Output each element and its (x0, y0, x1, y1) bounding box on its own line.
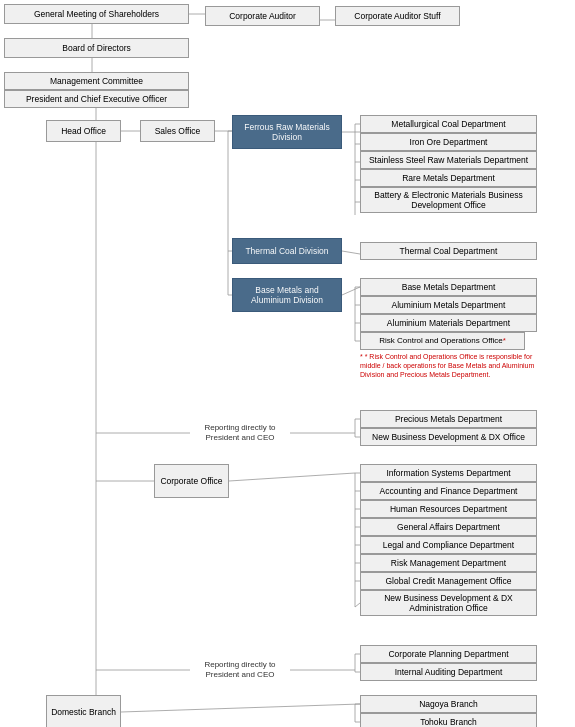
svg-line-33 (229, 473, 355, 481)
svg-line-21 (342, 287, 360, 295)
head-office-label: Head Office (61, 126, 106, 136)
nagoya-label: Nagoya Branch (419, 699, 478, 709)
aluminium-metals-label: Aluminium Metals Department (392, 300, 506, 310)
hr-label: Human Resources Department (390, 504, 507, 514)
general-meeting-box: General Meeting of Shareholders (4, 4, 189, 24)
sales-office-label: Sales Office (155, 126, 201, 136)
general-meeting-label: General Meeting of Shareholders (34, 9, 159, 19)
domestic-branch-box: Domestic Branch (46, 695, 121, 727)
head-office-box: Head Office (46, 120, 121, 142)
corporate-auditor-stuff-label: Corporate Auditor Stuff (354, 11, 440, 21)
precious-metals-label: Precious Metals Department (395, 414, 502, 424)
general-affairs-label: General Affairs Department (397, 522, 500, 532)
corporate-auditor-box: Corporate Auditor (205, 6, 320, 26)
global-credit-label: Global Credit Management Office (386, 576, 512, 586)
ferrous-division-box: Ferrous Raw Materials Division (232, 115, 342, 149)
corporate-office-box: Corporate Office (154, 464, 229, 498)
accounting-box: Accounting and Finance Department (360, 482, 537, 500)
risk-mgmt-label: Risk Management Department (391, 558, 506, 568)
svg-line-49 (121, 704, 360, 712)
asterisk-1: * (503, 336, 506, 346)
aluminium-metals-box: Aluminium Metals Department (360, 296, 537, 314)
corporate-office-label: Corporate Office (160, 476, 222, 486)
risk-control-label: Risk Control and Operations Office (379, 336, 502, 346)
global-credit-box: Global Credit Management Office (360, 572, 537, 590)
base-metals-dept-box: Base Metals Department (360, 278, 537, 296)
base-metals-dept-label: Base Metals Department (402, 282, 496, 292)
iron-ore-dept-label: Iron Ore Department (410, 137, 488, 147)
rare-metals-dept-box: Rare Metals Department (360, 169, 537, 187)
reporting-directly-2: Reporting directly to President and CEO (190, 655, 290, 685)
sales-office-box: Sales Office (140, 120, 215, 142)
tohoku-label: Tohoku Branch (420, 717, 477, 727)
stainless-dept-box: Stainless Steel Raw Materials Department (360, 151, 537, 169)
risk-control-note: * * Risk Control and Operations Office i… (360, 352, 550, 379)
mgmt-committee-label: Management Committee (50, 76, 143, 86)
met-coal-dept-label: Metallurgical Coal Department (391, 119, 505, 129)
ferrous-division-label: Ferrous Raw Materials Division (237, 122, 337, 142)
reporting-directly-1: Reporting directly to President and CEO (190, 418, 290, 448)
aluminium-materials-box: Aluminium Materials Department (360, 314, 537, 332)
aluminium-materials-label: Aluminium Materials Department (387, 318, 510, 328)
hr-box: Human Resources Department (360, 500, 537, 518)
corp-planning-label: Corporate Planning Department (388, 649, 508, 659)
note-content: * Risk Control and Operations Office is … (360, 353, 534, 378)
battery-office-label: Battery & Electronic Materials Business … (365, 190, 532, 210)
internal-audit-label: Internal Auditing Department (395, 667, 503, 677)
battery-office-box: Battery & Electronic Materials Business … (360, 187, 537, 213)
nagoya-box: Nagoya Branch (360, 695, 537, 713)
precious-metals-box: Precious Metals Department (360, 410, 537, 428)
domestic-branch-label: Domestic Branch (51, 707, 116, 717)
thermal-coal-division-box: Thermal Coal Division (232, 238, 342, 264)
mgmt-committee-box: Management Committee (4, 72, 189, 90)
tohoku-box: Tohoku Branch (360, 713, 537, 727)
president-box: President and Chief Executive Officer (4, 90, 189, 108)
internal-audit-box: Internal Auditing Department (360, 663, 537, 681)
risk-mgmt-box: Risk Management Department (360, 554, 537, 572)
corporate-auditor-stuff-box: Corporate Auditor Stuff (335, 6, 460, 26)
iron-ore-dept-box: Iron Ore Department (360, 133, 537, 151)
legal-box: Legal and Compliance Department (360, 536, 537, 554)
president-label: President and Chief Executive Officer (26, 94, 167, 104)
org-chart: General Meeting of Shareholders Board of… (0, 0, 575, 16)
general-affairs-box: General Affairs Department (360, 518, 537, 536)
corp-planning-box: Corporate Planning Department (360, 645, 537, 663)
board-box: Board of Directors (4, 38, 189, 58)
thermal-coal-dept-label: Thermal Coal Department (400, 246, 498, 256)
thermal-coal-dept-box: Thermal Coal Department (360, 242, 537, 260)
base-metals-division-box: Base Metals and Aluminium Division (232, 278, 342, 312)
stainless-dept-label: Stainless Steel Raw Materials Department (369, 155, 528, 165)
rare-metals-dept-label: Rare Metals Department (402, 173, 495, 183)
svg-line-20 (342, 251, 360, 254)
accounting-label: Accounting and Finance Department (380, 486, 518, 496)
info-systems-box: Information Systems Department (360, 464, 537, 482)
thermal-coal-division-label: Thermal Coal Division (245, 246, 328, 256)
base-metals-division-label: Base Metals and Aluminium Division (237, 285, 337, 305)
board-label: Board of Directors (62, 43, 131, 53)
new-biz-dx-box: New Business Development & DX Office (360, 428, 537, 446)
info-systems-label: Information Systems Department (386, 468, 510, 478)
new-biz-dx-label: New Business Development & DX Office (372, 432, 525, 442)
met-coal-dept-box: Metallurgical Coal Department (360, 115, 537, 133)
new-biz-admin-box: New Business Development & DX Administra… (360, 590, 537, 616)
legal-label: Legal and Compliance Department (383, 540, 514, 550)
risk-control-box: Risk Control and Operations Office * (360, 332, 525, 350)
corporate-auditor-label: Corporate Auditor (229, 11, 296, 21)
new-biz-admin-label: New Business Development & DX Administra… (365, 593, 532, 613)
